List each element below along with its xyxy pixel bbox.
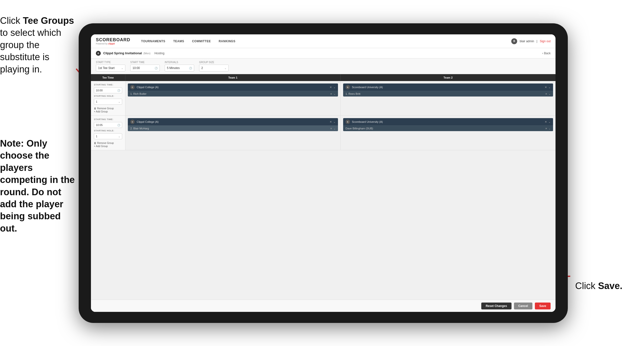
back-button[interactable]: ‹ Back [542,51,550,55]
group-size-input[interactable]: 2 ⌄ [199,65,228,71]
nav-username: blair admin [520,39,534,43]
starting-time-input-2[interactable]: 10:05 🕐 [94,122,122,128]
player-expand-1-2[interactable]: ⌄ [334,127,336,130]
subheader-hosting: Hosting [154,51,164,55]
start-time-input[interactable]: 10:00 🕐 [130,65,160,71]
start-time-label: Start Time [130,61,160,64]
nav-signout[interactable]: Sign out [540,39,550,43]
team2-name-2: Scoreboard University (A) [352,120,545,123]
nav-committee[interactable]: COMMITTEE [188,38,214,44]
group-size-arrow: ⌄ [224,67,226,69]
nav-tournaments[interactable]: TOURNAMENTS [138,38,169,44]
player-row-2-2: Dave Billingham (SUB) ✕ ⌄ [343,125,553,131]
starting-hole-input-1[interactable]: 1 ⌄ [94,99,122,105]
cancel-button[interactable]: Cancel [514,303,532,310]
team1-group-card-2: C Clippd College (A) ✕ ⌄ 2. Blair McHarg [128,118,338,131]
team2-expand-1[interactable]: ⌄ [548,86,550,89]
cell-actions-1: 🗑 Remove Group + Add Group [94,107,122,113]
annotation-right-pre: Click [575,281,598,291]
time-clock-1: 🕐 [117,89,120,92]
remove-icon-1: 🗑 [94,107,96,110]
start-type-arrow: ⌄ [121,67,123,69]
tee-group-row-2: STARTING TIME: 10:05 🕐 STARTING HOLE: 1 … [91,116,556,150]
player-name-2-2: Dave Billingham (SUB) [346,127,546,130]
save-button[interactable]: Save [535,303,550,310]
remove-group-btn-1[interactable]: 🗑 Remove Group [94,107,122,110]
starting-hole-label-2: STARTING HOLE: [94,129,122,132]
logo-scoreboard: SCOREBOARD [96,37,130,42]
player-controls-1-2: ✕ ⌄ [330,127,336,130]
team1-avatar-1: C [130,85,135,89]
team1-cell-1: C Clippd College (A) ✕ ⌄ 1. Rich Butler [125,81,341,115]
team2-avatar-1: S [346,85,350,89]
footer-bar: Reset Changes Cancel Save [91,300,556,312]
start-type-label: Start Type [96,61,125,64]
nav-rankings[interactable]: RANKINGS [215,38,239,44]
remove-group-btn-2[interactable]: 🗑 Remove Group [94,142,122,144]
setting-start-type: Start Type 1st Tee Start ⌄ [96,61,125,71]
player-expand-1-1[interactable]: ⌄ [334,93,336,95]
subheader: B Clippd Spring Invitational (Men) Hosti… [91,48,556,58]
start-time-clock: 🕐 [154,67,158,69]
team1-avatar-2: C [130,120,135,124]
team2-close-2[interactable]: ✕ [545,120,547,123]
team1-group-card-1: C Clippd College (A) ✕ ⌄ 1. Rich Butler [128,83,338,96]
team2-avatar-2: S [346,120,350,124]
th-team1: Team 1 [125,74,341,81]
team2-expand-2[interactable]: ⌄ [548,120,550,123]
add-group-btn-1[interactable]: + Add Group [94,110,122,113]
team2-group-header-2: S Scoreboard University (A) ✕ ⌄ [343,118,553,125]
player-close-1-1[interactable]: ✕ [330,93,332,95]
subheader-title: Clippd Spring Invitational [103,51,142,55]
team2-cell-2: S Scoreboard University (A) ✕ ⌄ Dave Bil… [341,116,556,150]
team2-group-card-1: S Scoreboard University (A) ✕ ⌄ 1. Rees … [343,83,553,96]
player-expand-2-1[interactable]: ⌄ [549,93,550,95]
team1-name-2: Clippd College (A) [137,120,330,123]
navbar: SCOREBOARD Powered by clippd TOURNAMENTS… [91,34,556,48]
tablet-device: SCOREBOARD Powered by clippd TOURNAMENTS… [79,23,568,323]
tee-time-cell-1: STARTING TIME: 10:00 🕐 STARTING HOLE: 1 … [91,81,125,115]
player-close-2-2[interactable]: ✕ [545,127,547,130]
nav-items: TOURNAMENTS TEAMS COMMITTEE RANKINGS [138,38,511,44]
nav-teams[interactable]: TEAMS [170,38,188,44]
starting-hole-label-1: STARTING HOLE: [94,95,122,97]
team1-group-header-1: C Clippd College (A) ✕ ⌄ [128,83,338,91]
team1-expand-1[interactable]: ⌄ [333,86,336,89]
table-header: Tee Time Team 1 Team 2 [91,74,556,81]
settings-row: Start Type 1st Tee Start ⌄ Start Time 10… [91,58,556,74]
team1-expand-2[interactable]: ⌄ [333,120,336,123]
starting-hole-input-2[interactable]: 1 ⌄ [94,133,122,139]
annotation-note: Note: Only choose the players competing … [0,137,76,235]
team1-cell-2: C Clippd College (A) ✕ ⌄ 2. Blair McHarg [125,116,341,150]
team1-group-header-2: C Clippd College (A) ✕ ⌄ [128,118,338,125]
nav-avatar: B [511,38,517,44]
team2-close-1[interactable]: ✕ [545,86,547,89]
player-row-2-1: 1. Rees Britt ✕ ⌄ [343,91,553,96]
remove-icon-2: 🗑 [94,142,96,144]
team2-controls-2: ✕ ⌄ [545,120,550,123]
team2-controls-1: ✕ ⌄ [545,86,550,89]
setting-start-time: Start Time 10:00 🕐 [130,61,160,71]
intervals-label: Intervals [165,61,194,64]
subheader-logo: B [96,51,101,56]
tee-groups-container: STARTING TIME: 10:00 🕐 STARTING HOLE: 1 … [91,81,556,300]
logo-powered: Powered by clippd [96,42,130,45]
logo-clippd: clippd [108,42,115,45]
add-group-btn-2[interactable]: + Add Group [94,145,122,148]
team1-close-2[interactable]: ✕ [330,120,332,123]
annotation-note-label: Note: [0,138,26,149]
player-close-2-1[interactable]: ✕ [545,93,547,95]
starting-time-label-2: STARTING TIME: [94,118,122,121]
reset-changes-button[interactable]: Reset Changes [481,303,512,310]
tee-time-cell-2: STARTING TIME: 10:05 🕐 STARTING HOLE: 1 … [91,116,125,150]
player-close-1-2[interactable]: ✕ [330,127,332,130]
subheader-tag: (Men) [143,52,150,55]
start-type-input[interactable]: 1st Tee Start ⌄ [96,65,125,71]
player-controls-2-2: ✕ ⌄ [545,127,550,130]
team1-close-1[interactable]: ✕ [330,86,332,89]
starting-time-input-1[interactable]: 10:00 🕐 [94,87,122,93]
logo-area: SCOREBOARD Powered by clippd [96,37,130,45]
player-name-2-1: 1. Rees Britt [346,92,546,95]
intervals-input[interactable]: 5 Minutes 🕐 [165,65,194,71]
player-expand-2-2[interactable]: ⌄ [549,127,550,130]
